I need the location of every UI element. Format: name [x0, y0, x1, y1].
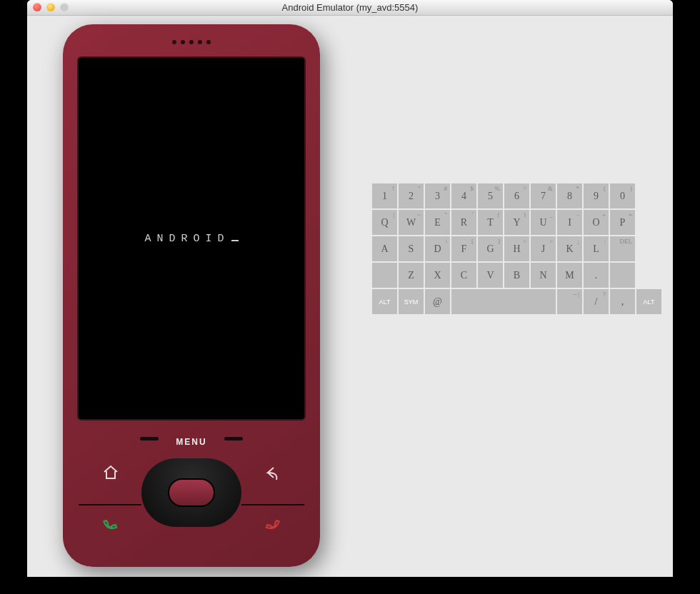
key-label: Z [408, 270, 414, 281]
space-key[interactable] [451, 289, 556, 314]
keyboard-row: Q|W~E"R`T{Y}U_I-O+P= [372, 210, 661, 235]
key-label: 0 [620, 191, 625, 202]
call-button[interactable] [93, 512, 129, 541]
divider [79, 504, 141, 505]
key-label: 9 [594, 191, 599, 202]
key-q[interactable]: Q| [372, 210, 397, 235]
slit-right [224, 437, 243, 441]
key-superscript: \ [445, 238, 447, 245]
keyboard-row: ALTSYM@→|/?,ALT [372, 289, 661, 314]
key-label: U [539, 217, 546, 228]
minimize-button[interactable] [46, 3, 55, 11]
key-u[interactable]: U_ [531, 210, 556, 235]
end-call-button[interactable] [254, 512, 291, 541]
key-j[interactable]: J> [531, 236, 556, 261]
menu-button[interactable]: MENU [176, 437, 206, 447]
key-superscript: ? [603, 291, 606, 298]
key-superscript: →| [571, 291, 579, 298]
key-label: ALT [379, 298, 391, 306]
key-superscript: ; [577, 238, 579, 245]
shift-key[interactable] [372, 263, 397, 288]
key-4[interactable]: 4$ [451, 183, 476, 208]
key-label: P [620, 217, 626, 228]
home-button[interactable] [95, 464, 126, 485]
key-8[interactable]: 8* [557, 183, 582, 208]
key-z[interactable]: Z [399, 263, 424, 288]
key-label: D [434, 243, 441, 255]
key-superscript: ( [604, 185, 606, 192]
key-l[interactable]: L: [584, 236, 609, 261]
key-superscript: } [524, 211, 526, 218]
boot-text: ANDROID [144, 233, 238, 245]
key-label: I [568, 217, 571, 228]
key-0[interactable]: 0) [610, 183, 635, 208]
delete-key[interactable]: DEL [610, 236, 635, 261]
key-r[interactable]: R` [451, 210, 476, 235]
dpad-center-button[interactable] [168, 478, 215, 507]
key-a[interactable]: A [372, 236, 397, 261]
key-superscript: $ [471, 185, 474, 192]
key-.[interactable]: . [584, 263, 609, 288]
sym-key[interactable]: SYM [399, 289, 424, 314]
hardware-buttons [63, 453, 320, 560]
key-1[interactable]: 1! [372, 183, 397, 208]
key-d[interactable]: D\ [425, 236, 450, 261]
keyboard-row: 1!2"3#4$5%6^7&8*9(0) [372, 183, 661, 208]
key-o[interactable]: O+ [584, 210, 609, 235]
key-w[interactable]: W~ [399, 210, 424, 235]
at-key[interactable]: @ [425, 289, 450, 314]
key-9[interactable]: 9( [584, 183, 609, 208]
zoom-button[interactable] [60, 3, 69, 11]
key-superscript: : [604, 238, 606, 245]
key-k[interactable]: K; [557, 236, 582, 261]
back-button[interactable] [256, 464, 288, 485]
key-2[interactable]: 2" [399, 183, 424, 208]
traffic-lights [33, 3, 69, 11]
emulator-window: Android Emulator (my_avd:5554) ANDROID M… [27, 0, 673, 577]
key-g[interactable]: G] [478, 236, 503, 261]
key-x[interactable]: X [425, 263, 450, 288]
key-n[interactable]: N [531, 263, 556, 288]
slash-key[interactable]: /? [584, 289, 609, 314]
key-label: M [565, 270, 574, 281]
keyboard-row: ASD\F[G]H<J>K;L:DEL [372, 236, 661, 261]
key-label: @ [433, 296, 442, 308]
key-label: 2 [409, 191, 414, 202]
alt-left-key[interactable]: ALT [372, 289, 397, 314]
key-label: 5 [488, 191, 493, 202]
key-3[interactable]: 3# [425, 183, 450, 208]
key-t[interactable]: T{ [478, 210, 503, 235]
key-b[interactable]: B [504, 263, 529, 288]
key-label: . [595, 270, 598, 281]
key-label: B [514, 270, 520, 281]
alt-right-key[interactable]: ALT [636, 289, 661, 314]
key-c[interactable]: C [451, 263, 476, 288]
key-5[interactable]: 5% [478, 183, 503, 208]
key-h[interactable]: H< [504, 236, 529, 261]
tab-key[interactable]: →| [557, 289, 582, 314]
enter-key[interactable] [610, 263, 635, 288]
cursor-icon [231, 240, 239, 241]
key-7[interactable]: 7& [531, 183, 556, 208]
titlebar[interactable]: Android Emulator (my_avd:5554) [27, 0, 673, 16]
key-v[interactable]: V [478, 263, 503, 288]
key-label: 8 [567, 191, 572, 202]
key-y[interactable]: Y} [504, 210, 529, 235]
dpad[interactable] [141, 458, 241, 527]
comma-key[interactable]: , [610, 289, 635, 314]
device-screen[interactable]: ANDROID [77, 56, 306, 421]
key-6[interactable]: 6^ [504, 183, 529, 208]
key-superscript: ~ [417, 211, 421, 218]
key-label: ALT [644, 298, 655, 306]
key-label: 6 [514, 191, 519, 202]
key-i[interactable]: I- [557, 210, 582, 235]
content-area: ANDROID MENU [27, 16, 673, 577]
key-m[interactable]: M [557, 263, 582, 288]
key-f[interactable]: F[ [451, 236, 476, 261]
key-superscript: ^ [524, 185, 526, 192]
close-button[interactable] [33, 3, 41, 11]
key-p[interactable]: P= [610, 210, 635, 235]
key-e[interactable]: E" [425, 210, 450, 235]
key-s[interactable]: S [399, 236, 424, 261]
key-label: G [486, 243, 494, 255]
